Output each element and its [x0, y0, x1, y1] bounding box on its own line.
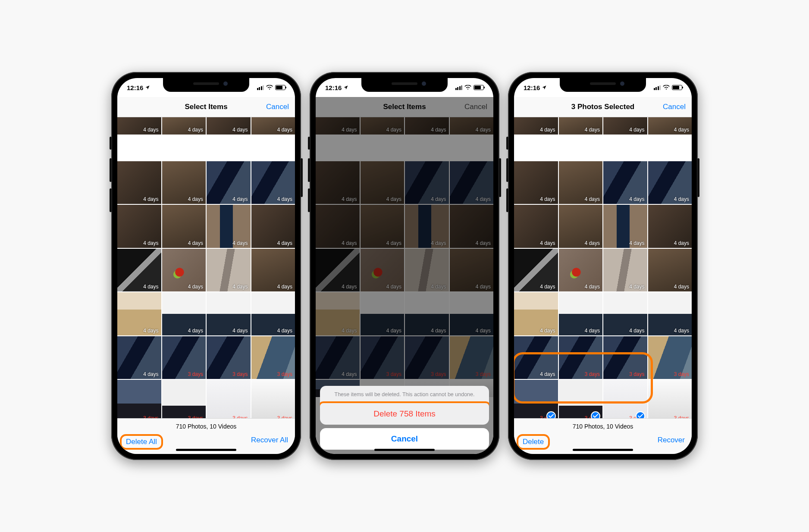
- item-count: 710 Photos, 10 Videos: [514, 419, 692, 432]
- photo-thumb[interactable]: 4 days: [514, 292, 558, 335]
- recover-all-button[interactable]: Recover All: [251, 436, 288, 448]
- photo-thumb: 4 days: [316, 336, 360, 379]
- photo-thumb[interactable]: 3 days: [162, 380, 206, 418]
- photo-thumb-selected[interactable]: 3 days: [603, 380, 647, 418]
- home-indicator[interactable]: [176, 449, 236, 451]
- cancel-button[interactable]: Cancel: [266, 103, 289, 111]
- photo-thumb[interactable]: 3 days: [117, 380, 161, 418]
- photo-thumb[interactable]: 4 days: [559, 205, 603, 248]
- photo-thumb[interactable]: 4 days: [207, 161, 251, 204]
- status-time: 12:16: [524, 84, 540, 91]
- photo-thumb[interactable]: 4 days: [162, 117, 206, 135]
- cellular-signal-icon: [455, 85, 463, 90]
- photo-grid[interactable]: 4 days 4 days 4 days 4 days 4 days 4 day…: [514, 117, 692, 418]
- photo-thumb[interactable]: 4 days: [648, 292, 692, 335]
- photo-thumb[interactable]: 4 days: [251, 117, 295, 135]
- photo-thumb: 4 days: [316, 249, 360, 292]
- recover-button[interactable]: Recover: [658, 436, 685, 448]
- home-indicator[interactable]: [374, 449, 435, 451]
- phone-frame-2: 12:16 Select Items Cancel 4 days 4 days …: [310, 72, 499, 460]
- cancel-button[interactable]: Cancel: [663, 103, 686, 111]
- photo-thumb[interactable]: 4 days: [559, 292, 603, 335]
- photo-thumb[interactable]: 4 days: [648, 117, 692, 135]
- photo-thumb[interactable]: 4 days: [514, 117, 558, 135]
- status-time: 12:16: [127, 84, 143, 91]
- delete-all-button[interactable]: Delete All: [120, 434, 163, 450]
- photo-thumb[interactable]: 4 days: [117, 336, 161, 379]
- photo-thumb[interactable]: 4 days: [603, 292, 647, 335]
- photo-thumb[interactable]: 4 days: [514, 336, 558, 379]
- photo-thumb[interactable]: 4 days: [117, 249, 161, 292]
- photo-thumb[interactable]: 4 days: [207, 117, 251, 135]
- notch: [163, 78, 249, 92]
- photo-thumb[interactable]: 4 days: [162, 161, 206, 204]
- photo-thumb[interactable]: 4 days: [251, 161, 295, 204]
- photo-thumb[interactable]: 4 days: [117, 161, 161, 204]
- action-sheet: These items will be deleted. This action…: [320, 386, 489, 450]
- photo-grid[interactable]: 4 days 4 days 4 days 4 days 4 days 4 day…: [117, 117, 295, 418]
- photo-thumb[interactable]: 4 days: [648, 249, 692, 292]
- photo-thumb-selected[interactable]: 3 days: [514, 380, 558, 418]
- photo-thumb[interactable]: 4 days: [603, 117, 647, 135]
- photo-thumb[interactable]: 3 days: [207, 380, 251, 418]
- delete-button[interactable]: Delete: [517, 434, 550, 450]
- delete-items-button[interactable]: Delete 758 Items: [320, 403, 489, 425]
- photo-thumb: 3 days: [450, 336, 494, 379]
- photo-thumb: 4 days: [405, 117, 449, 135]
- location-icon: [542, 84, 547, 91]
- photo-thumb[interactable]: 4 days: [251, 205, 295, 248]
- photo-thumb[interactable]: 4 days: [162, 205, 206, 248]
- photo-thumb: 4 days: [450, 205, 494, 248]
- photo-thumb: 4 days: [405, 205, 449, 248]
- photo-thumb[interactable]: 4 days: [207, 205, 251, 248]
- photo-thumb[interactable]: 4 days: [207, 249, 251, 292]
- photo-thumb[interactable]: 3 days: [603, 336, 647, 379]
- photo-thumb[interactable]: 4 days: [559, 249, 603, 292]
- photo-thumb: 4 days: [361, 117, 404, 135]
- sheet-message: These items will be deleted. This action…: [320, 386, 489, 403]
- photo-thumb: 4 days: [361, 292, 404, 335]
- checkmark-icon: [591, 411, 600, 419]
- wifi-icon: [464, 85, 471, 90]
- photo-thumb[interactable]: 4 days: [603, 161, 647, 204]
- photo-thumb[interactable]: 4 days: [514, 161, 558, 204]
- photo-thumb[interactable]: 3 days: [648, 336, 692, 379]
- photo-thumb[interactable]: 3 days: [162, 336, 206, 379]
- item-count: 710 Photos, 10 Videos: [117, 419, 295, 432]
- nav-title: 3 Photos Selected: [571, 103, 634, 111]
- photo-thumb[interactable]: 4 days: [251, 292, 295, 335]
- photo-thumb[interactable]: 4 days: [514, 205, 558, 248]
- photo-thumb[interactable]: 4 days: [117, 205, 161, 248]
- photo-thumb[interactable]: 4 days: [514, 249, 558, 292]
- photo-thumb-selected[interactable]: 3 days: [559, 380, 603, 418]
- photo-thumb: 3 days: [405, 336, 449, 379]
- photo-thumb[interactable]: 4 days: [117, 292, 161, 335]
- photo-thumb[interactable]: 4 days: [251, 249, 295, 292]
- photo-thumb: 4 days: [316, 205, 360, 248]
- photo-thumb[interactable]: 4 days: [648, 205, 692, 248]
- status-time: 12:16: [325, 84, 342, 91]
- photo-thumb[interactable]: 3 days: [251, 336, 295, 379]
- photo-thumb[interactable]: 4 days: [603, 205, 647, 248]
- photo-thumb[interactable]: 4 days: [559, 117, 603, 135]
- battery-icon: [473, 85, 484, 90]
- photo-thumb[interactable]: 3 days: [207, 336, 251, 379]
- photo-thumb[interactable]: 4 days: [559, 161, 603, 204]
- photo-thumb[interactable]: 4 days: [648, 161, 692, 204]
- photo-thumb[interactable]: 4 days: [162, 292, 206, 335]
- photo-thumb[interactable]: 3 days: [251, 380, 295, 418]
- home-indicator[interactable]: [573, 449, 633, 451]
- wifi-icon: [663, 85, 670, 90]
- photo-thumb[interactable]: 3 days: [648, 380, 692, 418]
- phone-frame-3: 12:16 3 Photos Selected Cancel 4 days 4 …: [508, 72, 698, 460]
- photo-thumb[interactable]: 4 days: [603, 249, 647, 292]
- photo-thumb: 4 days: [450, 292, 494, 335]
- photo-thumb[interactable]: 4 days: [117, 117, 161, 135]
- photo-thumb[interactable]: 4 days: [162, 249, 206, 292]
- sheet-cancel-button[interactable]: Cancel: [320, 428, 489, 450]
- photo-thumb[interactable]: 4 days: [207, 292, 251, 335]
- phone-frame-1: 12:16 Select Items Cancel 4 days 4 days …: [111, 72, 301, 460]
- nav-title: Select Items: [185, 103, 227, 111]
- photo-thumb[interactable]: 3 days: [559, 336, 603, 379]
- photo-thumb: 4 days: [361, 249, 404, 292]
